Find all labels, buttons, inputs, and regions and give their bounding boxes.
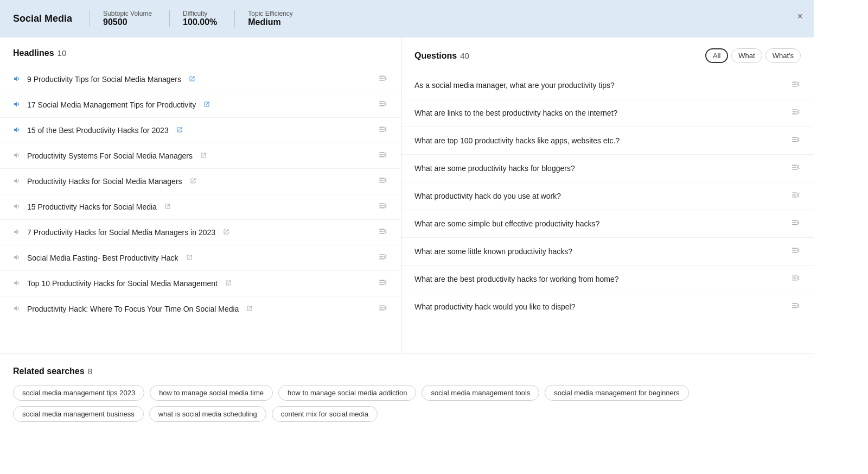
- megaphone-icon: [13, 279, 22, 289]
- questions-count: 40: [460, 51, 469, 60]
- add-question-icon[interactable]: [791, 301, 801, 313]
- panel-title: Social Media: [13, 13, 72, 24]
- add-to-list-icon[interactable]: [378, 201, 388, 213]
- external-link-icon[interactable]: [223, 229, 229, 237]
- topic-efficiency-stat: Topic Efficiency Medium: [234, 10, 292, 27]
- question-text: What are some simple but effective produ…: [414, 219, 599, 228]
- headline-item: 15 Productivity Hacks for Social Media: [0, 194, 401, 220]
- megaphone-icon: [13, 227, 22, 238]
- questions-label: Questions: [414, 51, 457, 60]
- add-question-icon[interactable]: [791, 273, 801, 285]
- external-link-icon[interactable]: [190, 178, 196, 186]
- filter-tab-what[interactable]: What: [731, 48, 762, 63]
- external-link-icon[interactable]: [225, 280, 232, 288]
- question-item: What productivity hack do you use at wor…: [401, 182, 814, 210]
- question-text: What are some little known productivity …: [414, 247, 572, 256]
- filter-tab-whats[interactable]: What's: [765, 48, 801, 63]
- question-item: What are the best productivity hacks for…: [401, 266, 814, 293]
- question-item: As a social media manager, what are your…: [401, 72, 814, 99]
- headline-item: Social Media Fasting- Best Productivity …: [0, 245, 401, 271]
- add-question-icon[interactable]: [791, 107, 801, 119]
- related-tag[interactable]: what is social media scheduling: [149, 406, 266, 422]
- add-question-icon[interactable]: [791, 79, 801, 91]
- questions-section: Questions40 AllWhatWhat's As a social me…: [401, 37, 814, 353]
- related-searches-section: Related searches8 social media managemen…: [0, 353, 814, 435]
- megaphone-icon: [13, 125, 22, 136]
- add-question-icon[interactable]: [791, 162, 801, 174]
- question-text: What are links to the best productivity …: [414, 109, 617, 117]
- external-link-icon[interactable]: [200, 152, 207, 160]
- related-tag[interactable]: how to manage social media addiction: [278, 385, 416, 401]
- add-to-list-icon[interactable]: [378, 73, 388, 85]
- headline-item: 15 of the Best Productivity Hacks for 20…: [0, 118, 401, 143]
- headline-text: Productivity Hack: Where To Focus Your T…: [27, 305, 239, 313]
- add-question-icon[interactable]: [791, 135, 801, 147]
- panel-header: Social Media Subtopic Volume 90500 Diffi…: [0, 0, 814, 37]
- external-link-icon[interactable]: [176, 127, 183, 135]
- question-item: What are some simple but effective produ…: [401, 210, 814, 238]
- add-question-icon[interactable]: [791, 245, 801, 257]
- add-question-icon[interactable]: [791, 190, 801, 202]
- difficulty-value: 100.00%: [183, 17, 217, 27]
- question-item: What productivity hack would you like to…: [401, 293, 814, 320]
- question-filter-tabs: AllWhatWhat's: [705, 48, 801, 63]
- subtopic-volume-label: Subtopic Volume: [103, 10, 152, 17]
- question-item: What are links to the best productivity …: [401, 99, 814, 127]
- related-searches-header: Related searches8: [13, 366, 801, 376]
- questions-title: Questions40: [414, 51, 469, 61]
- headline-item: Productivity Hack: Where To Focus Your T…: [0, 296, 401, 321]
- headline-text: 15 Productivity Hacks for Social Media: [27, 203, 157, 211]
- difficulty-stat: Difficulty 100.00%: [169, 10, 217, 27]
- add-to-list-icon[interactable]: [378, 175, 388, 187]
- question-text: What are the best productivity hacks for…: [414, 275, 619, 283]
- question-text: What are some productivity hacks for blo…: [414, 164, 575, 173]
- megaphone-icon: [13, 253, 22, 263]
- megaphone-icon: [13, 74, 22, 85]
- headline-item: 7 Productivity Hacks for Social Media Ma…: [0, 220, 401, 245]
- add-to-list-icon[interactable]: [378, 226, 388, 238]
- subtopic-volume-stat: Subtopic Volume 90500: [90, 10, 152, 27]
- add-to-list-icon[interactable]: [378, 124, 388, 136]
- add-to-list-icon[interactable]: [378, 277, 388, 289]
- related-tag[interactable]: social media management for beginners: [545, 385, 688, 401]
- add-to-list-icon[interactable]: [378, 252, 388, 264]
- megaphone-icon: [13, 176, 22, 187]
- main-content: Headlines10 9 Productivity Tips for Soci…: [0, 37, 814, 353]
- headlines-section: Headlines10 9 Productivity Tips for Soci…: [0, 37, 401, 353]
- headline-item: Top 10 Productivity Hacks for Social Med…: [0, 271, 401, 296]
- questions-header-row: Questions40 AllWhatWhat's: [401, 48, 814, 72]
- related-tag[interactable]: how to manage social media time: [150, 385, 273, 401]
- filter-tab-all[interactable]: All: [705, 48, 728, 63]
- headline-text: Productivity Hacks for Social Media Mana…: [27, 177, 182, 186]
- related-tag[interactable]: social media management business: [13, 406, 144, 422]
- external-link-icon[interactable]: [186, 254, 193, 262]
- add-to-list-icon[interactable]: [378, 99, 388, 111]
- external-link-icon[interactable]: [246, 305, 253, 313]
- headline-text: 9 Productivity Tips for Social Media Man…: [27, 75, 181, 84]
- topic-efficiency-value: Medium: [248, 17, 292, 27]
- external-link-icon[interactable]: [164, 203, 171, 211]
- add-to-list-icon[interactable]: [378, 150, 388, 162]
- headline-text: 15 of the Best Productivity Hacks for 20…: [27, 126, 169, 135]
- headlines-header: Headlines10: [0, 48, 401, 67]
- related-tag[interactable]: social media management tips 2023: [13, 385, 144, 401]
- close-button[interactable]: ×: [797, 11, 803, 22]
- related-tag[interactable]: content mix for social media: [272, 406, 378, 422]
- question-text: What are top 100 productivity hacks like…: [414, 136, 620, 145]
- external-link-icon[interactable]: [203, 101, 210, 109]
- question-item: What are some little known productivity …: [401, 238, 814, 266]
- questions-list: As a social media manager, what are your…: [401, 72, 814, 342]
- headline-text: Social Media Fasting- Best Productivity …: [27, 254, 178, 262]
- subtopic-volume-value: 90500: [103, 17, 152, 27]
- add-question-icon[interactable]: [791, 218, 801, 230]
- question-text: What productivity hack would you like to…: [414, 302, 575, 311]
- external-link-icon[interactable]: [189, 75, 195, 84]
- related-tag[interactable]: social media management tools: [422, 385, 539, 401]
- question-item: What are top 100 productivity hacks like…: [401, 127, 814, 155]
- difficulty-label: Difficulty: [183, 10, 217, 17]
- headlines-list: 9 Productivity Tips for Social Media Man…: [0, 67, 401, 321]
- headlines-count: 10: [58, 48, 67, 58]
- headline-text: 7 Productivity Hacks for Social Media Ma…: [27, 228, 215, 237]
- headline-item: 17 Social Media Management Tips for Prod…: [0, 92, 401, 118]
- add-to-list-icon[interactable]: [378, 303, 388, 315]
